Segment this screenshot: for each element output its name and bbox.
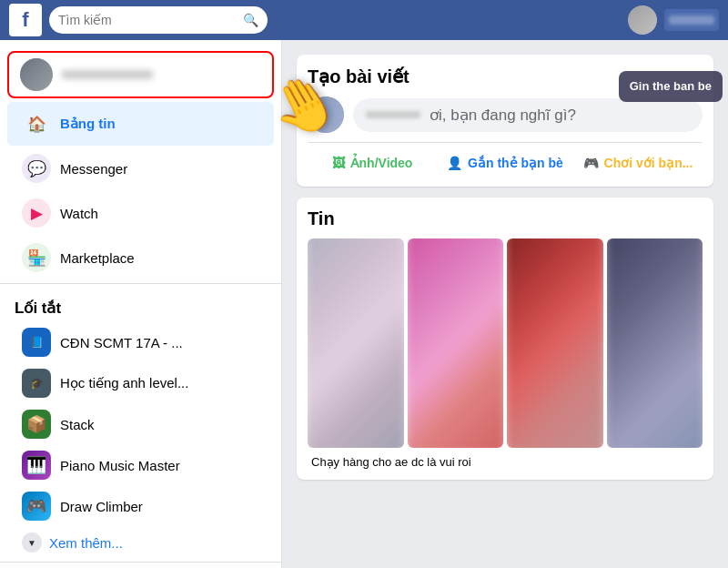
draw-icon: 🎮	[22, 492, 51, 521]
shortcut-label: Học tiếng anh level...	[60, 375, 188, 391]
post-author-name-blur	[366, 111, 420, 118]
see-more[interactable]: ▼ Xem thêm...	[7, 527, 274, 558]
tin-caption: Chạy hàng cho ae dc là vui roi	[308, 448, 703, 469]
sidebar-item-bang-tin[interactable]: 🏠 Bảng tin	[7, 102, 274, 146]
divider	[0, 283, 281, 284]
create-post-input[interactable]: ơi, bạn đang nghĩ gì?	[353, 98, 703, 132]
loi-tat-title: Lối tắt	[0, 288, 281, 321]
sidebar-item-marketplace[interactable]: 🏪 Marketplace	[7, 236, 274, 279]
create-post-box: Tạo bài viết ơi, bạn đang nghĩ gì? 🖼 Ảnh…	[297, 55, 713, 187]
sidebar-item-label: Marketplace	[60, 250, 135, 266]
avatar	[20, 58, 53, 91]
shortcut-label: Draw Climber	[60, 499, 143, 514]
shortcut-draw[interactable]: 🎮 Draw Climber	[7, 486, 274, 526]
photo-video-label: Ảnh/Video	[350, 156, 413, 170]
shortcut-hoc[interactable]: 🎓 Học tiếng anh level...	[7, 363, 274, 403]
cdn-icon: 📘	[22, 328, 51, 357]
tin-image-3[interactable]	[507, 238, 603, 448]
tag-friend-button[interactable]: 👤 Gắn thẻ bạn bè	[440, 150, 570, 176]
photo-video-button[interactable]: 🖼 Ảnh/Video	[308, 150, 437, 176]
search-bar[interactable]: 🔍	[49, 6, 268, 34]
shortcut-label: CĐN SCMT 17A - ...	[60, 335, 183, 350]
avatar[interactable]	[628, 5, 657, 35]
create-post-title: Tạo bài viết	[308, 66, 703, 87]
bang-tin-icon: 🏠	[22, 109, 51, 138]
tin-image-4[interactable]	[607, 238, 703, 448]
shortcut-piano[interactable]: 🎹 Piano Music Master	[7, 445, 274, 485]
photo-icon: 🖼	[332, 156, 345, 170]
marketplace-icon: 🏪	[22, 243, 51, 272]
tin-section: Tin Chạy hàng cho ae dc là vui roi	[297, 198, 713, 480]
main-content: 🤚 Gin the ban be Tạo bài viết ơi, bạn đa…	[282, 40, 728, 568]
messenger-icon: 💬	[22, 154, 51, 183]
play-game-button[interactable]: 🎮 Chơi với bạn...	[573, 150, 703, 176]
tag-icon: 👤	[447, 156, 462, 170]
tin-image-1[interactable]	[308, 238, 404, 448]
sidebar-item-watch[interactable]: ▶ Watch	[7, 191, 274, 235]
create-post-input-row: ơi, bạn đang nghĩ gì?	[308, 96, 703, 133]
sidebar-item-label: Watch	[60, 206, 98, 221]
stack-icon: 📦	[22, 410, 51, 439]
see-more-label: Xem thêm...	[49, 535, 123, 551]
shortcut-label: Piano Music Master	[60, 458, 180, 473]
sidebar-item-messenger[interactable]: 💬 Messenger	[7, 147, 274, 190]
shortcut-stack[interactable]: 📦 Stack	[7, 404, 274, 444]
shortcut-cdn[interactable]: 📘 CĐN SCMT 17A - ...	[7, 322, 274, 362]
search-input[interactable]	[58, 13, 243, 27]
game-icon: 🎮	[583, 156, 599, 170]
profile-name-blur	[62, 70, 153, 79]
tin-images-row	[308, 238, 703, 448]
avatar	[308, 96, 344, 133]
tag-friend-label: Gắn thẻ bạn bè	[468, 156, 563, 170]
feed-column: 🤚 Gin the ban be Tạo bài viết ơi, bạn đa…	[297, 55, 713, 491]
sidebar: 🏠 Bảng tin 💬 Messenger ▶ Watch 🏪 Marketp…	[0, 40, 282, 568]
post-placeholder: ơi, bạn đang nghĩ gì?	[430, 106, 576, 125]
navbar-right	[628, 5, 719, 35]
play-game-label: Chơi với bạn...	[604, 156, 693, 170]
shortcut-label: Stack	[60, 417, 95, 432]
sidebar-item-label: Messenger	[60, 161, 127, 177]
tin-title: Tin	[308, 208, 703, 229]
navbar-name-pill	[664, 9, 719, 31]
tin-image-2[interactable]	[408, 238, 504, 448]
sidebar-profile-row[interactable]	[7, 51, 274, 98]
divider	[0, 562, 281, 563]
sidebar-item-label: Bảng tin	[60, 116, 116, 132]
page-wrapper: 🏠 Bảng tin 💬 Messenger ▶ Watch 🏪 Marketp…	[0, 40, 728, 568]
piano-icon: 🎹	[22, 451, 51, 480]
navbar: f 🔍	[0, 0, 728, 40]
hoc-icon: 🎓	[22, 369, 51, 398]
create-post-actions: 🖼 Ảnh/Video 👤 Gắn thẻ bạn bè 🎮 Chơi với …	[308, 142, 703, 176]
chevron-down-icon: ▼	[22, 532, 42, 553]
search-icon: 🔍	[243, 13, 258, 27]
facebook-logo[interactable]: f	[9, 4, 42, 36]
navbar-username-blur	[669, 15, 714, 25]
watch-icon: ▶	[22, 198, 51, 228]
